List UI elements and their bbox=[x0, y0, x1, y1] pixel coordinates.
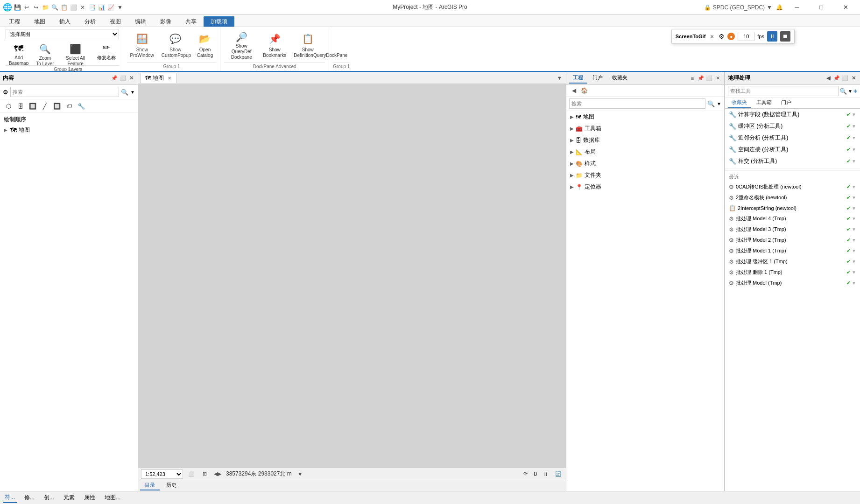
catalog-tree-folder[interactable]: ▶ 📁 文件夹 bbox=[566, 169, 724, 181]
geo-recent-buffer1[interactable]: ⚙ 批处理 缓冲区 1 (Tmp) ✔ ▼ bbox=[725, 256, 860, 267]
history-bottom-tab[interactable]: 历史 bbox=[162, 481, 181, 490]
geo-pin-icon[interactable]: 📌 bbox=[833, 75, 840, 82]
geo-item-calcfield[interactable]: 🔧 计算字段 (数据管理工具) ✔ ▼ bbox=[725, 109, 860, 120]
bottom-tab-chuang[interactable]: 创... bbox=[42, 493, 56, 503]
catalog-back-icon[interactable]: ◀ bbox=[569, 86, 578, 95]
catalog-tree-maps[interactable]: ▶ 🗺 地图 bbox=[566, 111, 724, 123]
show-bookmarks-button[interactable]: 📌 ShowBookmarks bbox=[260, 29, 289, 62]
minimize-button[interactable]: ─ bbox=[786, 0, 808, 15]
zoom-icon[interactable]: 🔍 bbox=[50, 3, 59, 12]
new-project-icon[interactable]: 📁 bbox=[41, 3, 49, 12]
map-tool-1[interactable]: ⬜ bbox=[187, 469, 196, 479]
undo-icon[interactable]: ↩ bbox=[22, 3, 31, 12]
map-tool-3[interactable]: ◀▶ bbox=[213, 469, 222, 479]
catalog-tree-db[interactable]: ▶ 🗄 数据库 bbox=[566, 134, 724, 146]
catalog-tree-layout[interactable]: ▶ 📐 布局 bbox=[566, 146, 724, 158]
tab-project[interactable]: 工程 bbox=[2, 16, 27, 27]
catalog-tree-style[interactable]: ▶ 🎨 样式 bbox=[566, 158, 724, 169]
tool-icon[interactable]: 🔧 bbox=[76, 100, 87, 112]
geo-search-input[interactable] bbox=[728, 86, 839, 96]
contents-float-icon[interactable]: ⬜ bbox=[119, 75, 127, 82]
catalog-tree-toolbox[interactable]: ▶ 🧰 工具箱 bbox=[566, 123, 724, 134]
clear-icon[interactable]: ⬜ bbox=[69, 3, 78, 12]
geo-item-buffer[interactable]: 🔧 缓冲区 (分析工具) ✔ ▼ bbox=[725, 120, 860, 132]
tab-analysis[interactable]: 分析 bbox=[78, 16, 103, 27]
catalog-menu-icon[interactable]: ≡ bbox=[689, 75, 696, 82]
geo-tab-toolbox[interactable]: 工具箱 bbox=[753, 98, 775, 108]
geo-rename-dd[interactable]: ▼ bbox=[852, 195, 856, 200]
map-area-float-icon[interactable]: ▼ bbox=[557, 75, 562, 81]
user-dropdown-icon[interactable]: ▼ bbox=[767, 4, 772, 11]
contents-filter-icon[interactable]: ⚙ bbox=[3, 89, 8, 96]
map-tool-2[interactable]: ⊞ bbox=[200, 469, 209, 479]
show-querydef-button[interactable]: 🔎 Show QueryDefDockpane bbox=[224, 29, 259, 62]
geo-recent-delete1[interactable]: ⚙ 批处理 删除 1 (Tmp) ✔ ▼ bbox=[725, 267, 860, 278]
basemap-dropdown[interactable]: 选择底图 bbox=[6, 29, 119, 39]
geo-tab-favorites[interactable]: 收藏夹 bbox=[728, 98, 751, 108]
geo-item-near[interactable]: 🔧 近邻分析 (分析工具) ✔ ▼ bbox=[725, 132, 860, 144]
geo-item-intersect[interactable]: 🔧 相交 (分析工具) ✔ ▼ bbox=[725, 155, 860, 167]
show-prowindow-button[interactable]: 🪟 ShowProWindow bbox=[127, 29, 157, 62]
geo-recent-model2[interactable]: ⚙ 批处理 Model 2 (Tmp) ✔ ▼ bbox=[725, 235, 860, 245]
screentogif-close-button[interactable]: ✕ bbox=[708, 33, 716, 40]
annotation-icon[interactable]: 🔲 bbox=[51, 100, 63, 112]
geo-add-icon[interactable]: + bbox=[853, 87, 857, 95]
geo-search-icon[interactable]: 🔍 bbox=[839, 88, 847, 95]
geo-spatial-dropdown-icon[interactable]: ▼ bbox=[852, 147, 856, 152]
screentogif-stop-button[interactable]: ⏹ bbox=[780, 31, 790, 42]
add-basemap-button[interactable]: 🗺 AddBasemap bbox=[6, 41, 32, 64]
map-tab[interactable]: 🗺 地图 ✕ bbox=[140, 73, 176, 83]
close-icon[interactable]: ✕ bbox=[78, 3, 87, 12]
maximize-button[interactable]: □ bbox=[811, 0, 832, 15]
catalog-search-icon[interactable]: 🔍 bbox=[707, 100, 715, 107]
tab-imagery[interactable]: 影像 bbox=[153, 16, 178, 27]
tab-edit[interactable]: 编辑 bbox=[128, 16, 153, 27]
contents-search-dropdown[interactable]: ▼ bbox=[130, 90, 135, 95]
screentogif-pause-button[interactable]: ⏸ bbox=[767, 31, 777, 42]
show-defquery-button[interactable]: 📋 ShowDefinitionQueryDockPane bbox=[290, 29, 325, 62]
contents-pin-icon[interactable]: 📌 bbox=[111, 75, 118, 82]
geo-tab-portal[interactable]: 门户 bbox=[777, 98, 795, 108]
catalog-search-input[interactable] bbox=[569, 98, 705, 109]
rotation-icon[interactable]: ⟳ bbox=[521, 469, 530, 479]
copy-icon[interactable]: 📑 bbox=[88, 3, 96, 12]
geo-calcfield-dropdown-icon[interactable]: ▼ bbox=[852, 112, 856, 117]
geo-recent-cad[interactable]: ⚙ 0CAD转GIS批处理 (newtool) ✔ ▼ bbox=[725, 182, 860, 192]
bottom-tab-ditu[interactable]: 地图... bbox=[103, 493, 122, 503]
geo-recent-model-base[interactable]: ⚙ 批处理 Model (Tmp) ✔ ▼ bbox=[725, 278, 860, 288]
line-layer-icon[interactable]: ╱ bbox=[39, 100, 50, 112]
geo-intercept-dd[interactable]: ▼ bbox=[852, 206, 856, 211]
geo-float-icon[interactable]: ⬜ bbox=[841, 75, 849, 82]
refresh-button[interactable]: 🔄 bbox=[554, 469, 563, 479]
fix-name-button[interactable]: ✏ 修复名称 bbox=[94, 41, 119, 64]
geo-back-icon[interactable]: ◀ bbox=[825, 75, 832, 82]
save-icon[interactable]: 💾 bbox=[13, 3, 21, 12]
database-layer-icon[interactable]: 🗄 bbox=[15, 100, 26, 112]
catalog-search-dropdown[interactable]: ▼ bbox=[717, 101, 721, 106]
bottom-tab-yuan[interactable]: 元素 bbox=[62, 493, 77, 503]
geo-model3-dd[interactable]: ▼ bbox=[852, 227, 856, 232]
map-tab-close[interactable]: ✕ bbox=[168, 76, 171, 81]
chart-bar-icon[interactable]: 📊 bbox=[97, 3, 106, 12]
redo-icon[interactable]: ↪ bbox=[32, 3, 40, 12]
geo-model2-dd[interactable]: ▼ bbox=[852, 238, 856, 243]
geo-close-icon[interactable]: ✕ bbox=[850, 75, 857, 82]
catalog-float-icon[interactable]: ⬜ bbox=[705, 75, 713, 82]
scale-selector[interactable]: 1:52,423 bbox=[141, 469, 183, 479]
catalog-tab-project[interactable]: 工程 bbox=[569, 73, 587, 84]
catalog-bottom-tab[interactable]: 目录 bbox=[140, 481, 160, 490]
catalog-tree-locator[interactable]: ▶ 📍 定位器 bbox=[566, 181, 724, 193]
contents-search-icon[interactable]: 🔍 bbox=[121, 89, 128, 96]
map-tree-item[interactable]: ▶ 🗺 地图 bbox=[0, 125, 138, 135]
geo-model1-dd[interactable]: ▼ bbox=[852, 248, 856, 253]
bottom-tab-shuxing[interactable]: 属性 bbox=[82, 493, 97, 503]
geo-intersect-dropdown-icon[interactable]: ▼ bbox=[852, 159, 856, 164]
feature-layer-icon[interactable]: ⬡ bbox=[3, 100, 14, 112]
bottom-tab-xiu[interactable]: 修... bbox=[22, 493, 36, 503]
geo-recent-model1[interactable]: ⚙ 批处理 Model 1 (Tmp) ✔ ▼ bbox=[725, 245, 860, 256]
tab-map[interactable]: 地图 bbox=[27, 16, 52, 27]
close-button[interactable]: ✕ bbox=[835, 0, 856, 15]
catalog-tab-favorites[interactable]: 收藏夹 bbox=[608, 73, 631, 84]
coord-dropdown[interactable]: ▼ bbox=[296, 469, 305, 479]
catalog-pin-icon[interactable]: 📌 bbox=[697, 75, 705, 82]
